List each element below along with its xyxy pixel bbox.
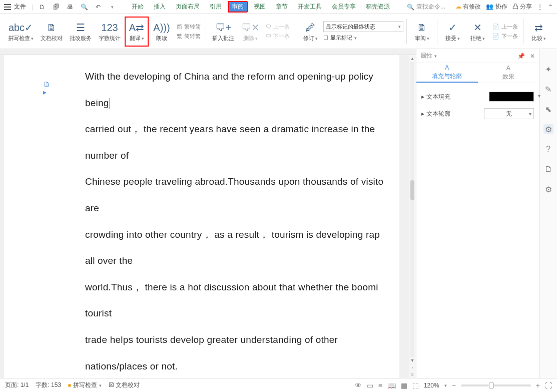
word-count[interactable]: 字数: 153 [36, 381, 61, 389]
doc-paragraph[interactable]: carried out， the recent years have seen … [85, 123, 399, 136]
scroll-thumb[interactable] [410, 180, 414, 200]
doc-paragraph[interactable]: are [85, 202, 399, 215]
spellcheck-status[interactable]: 拼写检查▾ [68, 381, 102, 389]
has-changes-button[interactable]: ☁ 有修改 [455, 3, 481, 11]
compare-icon: ⇄ [534, 21, 543, 35]
tool-help-icon[interactable]: ? [543, 144, 553, 154]
file-menu[interactable]: 文件 [14, 3, 26, 11]
eye-icon[interactable]: 👁 [355, 381, 362, 389]
collapse-ribbon-icon[interactable]: ⌃ [548, 4, 553, 11]
tab-insert[interactable]: 插入 [150, 1, 170, 13]
qat-saveas-icon[interactable]: 🗐 [51, 2, 62, 13]
proofread-status[interactable]: ☒ 文档校对 [109, 381, 140, 389]
view-web-icon[interactable]: ▦ [401, 381, 407, 389]
pin-icon[interactable]: 📌 [517, 53, 525, 60]
prev-comment-button[interactable]: 🗨 上一条 [266, 23, 290, 31]
vertical-scrollbar[interactable]: ▲ ▼ ◦ ≡ [409, 55, 416, 378]
doc-paragraph[interactable]: number of [85, 149, 399, 163]
tool-settings-icon[interactable]: ⚙ [543, 124, 553, 134]
close-icon[interactable]: ✕ [530, 53, 535, 60]
tab-review[interactable]: 审阅 [228, 1, 248, 13]
doc-paragraph[interactable]: crowding into other country， as a result… [85, 228, 399, 242]
fit-icon[interactable]: ⬚ [412, 381, 419, 389]
tab-view[interactable]: 视图 [250, 1, 270, 13]
translate-button[interactable]: A⇄ 翻译▾ [125, 17, 149, 47]
scroll-down-icon[interactable]: ▼ [410, 357, 415, 364]
tab-developer[interactable]: 开发工具 [294, 1, 326, 13]
doc-paragraph[interactable]: tourist [85, 307, 399, 320]
review-button[interactable]: 🗎 审阅▾ [410, 17, 434, 47]
tab-references[interactable]: 引用 [206, 1, 226, 13]
scroll-up-icon[interactable]: ▲ [410, 55, 415, 62]
fill-color-swatch[interactable] [489, 92, 534, 102]
page-marker-icon[interactable]: 🗎▸ [43, 80, 52, 89]
fullscreen-icon[interactable]: ⛶ [545, 381, 552, 389]
view-read-icon[interactable]: 📖 [387, 381, 396, 389]
prev-change-button[interactable]: 📄 上一条 [492, 23, 518, 31]
hamburger-icon[interactable] [4, 4, 11, 10]
compare-button[interactable]: ⇄ 比较▾ [526, 17, 550, 47]
wordcount-icon: 123 [101, 21, 118, 35]
more-icon[interactable]: ⋮ [537, 4, 543, 11]
show-markup-button[interactable]: ☐ 显示标记 ▾ [323, 34, 403, 42]
search-placeholder: 查找命令... [416, 3, 445, 11]
doc-paragraph[interactable]: nations/places or not. [85, 360, 399, 373]
simp2trad-button[interactable]: 简繁转简 [177, 23, 201, 31]
text-outline-expander[interactable]: ▸ 文本轮廓 [421, 110, 450, 118]
zoom-value[interactable]: 120% [424, 382, 439, 389]
scroll-section-icon[interactable]: ◦ [411, 364, 413, 371]
accept-icon: ✓ [448, 21, 457, 35]
track-changes-button[interactable]: 🖉 修订▾ [298, 17, 322, 47]
display-markup-select[interactable]: 显示标记的最终状态▾ [323, 21, 403, 32]
tab-effects[interactable]: A 效果 [478, 63, 539, 83]
doc-paragraph[interactable]: being [85, 97, 399, 110]
trad2simp-button[interactable]: 繁简转繁 [177, 33, 201, 40]
tab-fill-outline[interactable]: A 填充与轮廓 [416, 63, 478, 83]
tool-gear-icon[interactable]: ⚙ [543, 184, 553, 194]
doc-paragraph[interactable]: Chinese people traveling abroad.Thousand… [85, 175, 399, 189]
qat-preview-icon[interactable]: 🔍 [79, 2, 90, 13]
page-indicator[interactable]: 页面: 1/1 [5, 381, 29, 389]
view-page-icon[interactable]: ▭ [367, 381, 373, 389]
outline-select[interactable]: 无 [484, 108, 534, 119]
view-outline-icon[interactable]: ≡ [378, 381, 382, 389]
tab-vip[interactable]: 会员专享 [328, 1, 360, 13]
command-search[interactable]: 🔍 查找命令... [407, 3, 445, 11]
tool-edit-icon[interactable]: ✎ [543, 84, 553, 94]
tool-template-icon[interactable]: 🗋 [543, 164, 553, 174]
spellcheck-button[interactable]: abc✓ 拼写检查▾ [5, 17, 37, 47]
qat-save-icon[interactable]: 🗋 [37, 2, 48, 13]
tab-docer[interactable]: 稻壳资源 [362, 1, 394, 13]
document-area[interactable]: 🗎▸ With the developing of China and the … [0, 49, 416, 378]
qat-print-icon[interactable]: 🖶 [65, 2, 76, 13]
wordcount-button[interactable]: 123 字数统计 [96, 17, 124, 47]
zoom-in-icon[interactable]: + [536, 381, 540, 389]
text-fill-expander[interactable]: ▸ 文本填充 [421, 93, 450, 101]
tool-design-icon[interactable]: ✦ [543, 64, 553, 74]
share-button[interactable]: 凸 分享 [512, 3, 532, 11]
next-change-button[interactable]: 📄 下一条 [492, 33, 518, 40]
insert-comment-button[interactable]: 🗨+ 插入批注 [209, 17, 237, 47]
accept-button[interactable]: ✓ 接受▾ [440, 17, 464, 47]
approve-button[interactable]: ☰ 批改服务 [67, 17, 95, 47]
doc-paragraph[interactable]: With the developing of China and the ref… [85, 70, 399, 84]
tab-layout[interactable]: 页面布局 [172, 1, 204, 13]
read-button[interactable]: A))) 朗读 [150, 17, 174, 47]
doc-paragraph[interactable]: all over the [85, 254, 399, 268]
reject-button[interactable]: ✕ 拒绝▾ [465, 17, 489, 47]
tool-select-icon[interactable]: ⬉ [543, 104, 553, 114]
doc-paragraph[interactable]: trade helps tourists develop greater und… [85, 333, 399, 347]
tab-start[interactable]: 开始 [128, 1, 148, 13]
scroll-page-icon[interactable]: ≡ [411, 371, 413, 378]
collaborate-button[interactable]: 👥 协作 [486, 3, 507, 11]
zoom-out-icon[interactable]: − [452, 381, 456, 389]
proofread-button[interactable]: 🗎 文档校对 [38, 17, 66, 47]
panel-title[interactable]: 属性▾ [420, 52, 437, 60]
tab-sections[interactable]: 章节 [272, 1, 292, 13]
next-comment-button[interactable]: 🗨 下一条 [266, 33, 290, 40]
delete-comment-button[interactable]: 🗨✕ 删除▾ [238, 17, 263, 47]
qat-redo-icon[interactable]: ▾ [107, 2, 118, 13]
zoom-slider[interactable] [461, 384, 531, 386]
qat-undo-icon[interactable]: ↶ [93, 2, 104, 13]
doc-paragraph[interactable]: world.Thus， there is a hot discussion ab… [85, 281, 399, 294]
